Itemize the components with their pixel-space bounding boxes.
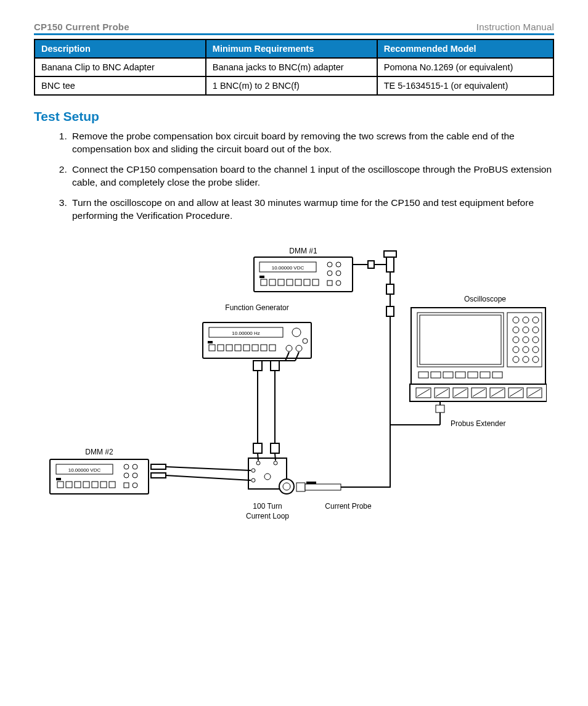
list-item: Turn the oscilloscope on and allow at le… — [70, 197, 554, 223]
svg-point-96 — [264, 474, 271, 480]
dmm1-display: 10.00000 VDC — [272, 265, 304, 271]
svg-line-123 — [275, 453, 276, 461]
section-heading: Test Setup — [34, 109, 554, 124]
list-item: Remove the probe compensation box circui… — [70, 130, 554, 156]
svg-rect-81 — [92, 482, 98, 488]
table-row: BNC tee 1 BNC(m) to 2 BNC(f) TE 5-163451… — [35, 76, 553, 95]
dmm1-label: DMM #1 — [289, 247, 317, 255]
svg-rect-89 — [124, 483, 129, 488]
svg-rect-22 — [235, 345, 241, 351]
function-generator-instrument: 10.00000 Hz — [203, 322, 311, 358]
svg-point-44 — [513, 347, 519, 353]
svg-point-12 — [327, 271, 332, 276]
svg-point-36 — [523, 317, 529, 323]
list-item: Connect the CP150 compensation board to … — [70, 163, 554, 189]
svg-rect-56 — [492, 372, 502, 378]
svg-rect-107 — [384, 251, 396, 257]
svg-rect-51 — [431, 372, 441, 378]
svg-rect-84 — [56, 478, 61, 480]
svg-point-29 — [296, 345, 302, 351]
svg-rect-21 — [226, 345, 232, 351]
svg-rect-124 — [151, 464, 166, 469]
cable-dmm2-to-loop — [151, 464, 251, 480]
probus-extender-label: Probus Extender — [451, 419, 505, 428]
dmm2-display: 10.00000 VDC — [68, 467, 101, 473]
equipment-table: Description Minimum Requirements Recomme… — [34, 39, 554, 96]
svg-rect-106 — [386, 257, 394, 272]
svg-rect-80 — [83, 482, 89, 488]
dmm2-label: DMM #2 — [85, 448, 113, 456]
svg-point-41 — [513, 337, 519, 343]
svg-point-85 — [124, 464, 129, 469]
svg-rect-7 — [304, 279, 310, 285]
svg-rect-5 — [287, 279, 293, 285]
svg-point-28 — [286, 345, 292, 351]
svg-rect-55 — [480, 372, 490, 378]
svg-rect-3 — [269, 279, 276, 285]
svg-rect-27 — [208, 341, 213, 343]
header-title-right: Instruction Manual — [476, 22, 554, 32]
step-list: Remove the probe compensation box circui… — [52, 130, 554, 223]
svg-rect-6 — [295, 279, 301, 285]
svg-point-46 — [533, 347, 539, 353]
svg-point-37 — [533, 317, 539, 323]
svg-point-42 — [523, 337, 529, 343]
svg-rect-24 — [252, 345, 258, 351]
svg-point-38 — [513, 327, 519, 333]
dmm1-instrument: 10.00000 VDC — [254, 257, 353, 292]
svg-point-49 — [533, 356, 539, 363]
svg-point-98 — [283, 483, 290, 490]
svg-rect-111 — [386, 306, 394, 316]
svg-point-93 — [274, 461, 277, 465]
svg-rect-109 — [386, 284, 394, 294]
header-title-left: CP150 Current Probe — [34, 22, 129, 32]
svg-point-95 — [251, 478, 255, 482]
svg-point-39 — [523, 327, 529, 333]
dmm2-instrument: 10.00000 VDC — [50, 459, 149, 494]
svg-point-13 — [336, 271, 341, 276]
svg-rect-9 — [259, 276, 264, 278]
svg-rect-53 — [455, 372, 465, 378]
svg-rect-101 — [306, 482, 316, 484]
svg-rect-20 — [218, 345, 224, 351]
svg-point-35 — [513, 317, 519, 323]
svg-rect-26 — [269, 345, 276, 351]
svg-line-122 — [258, 453, 258, 461]
svg-rect-78 — [66, 482, 72, 488]
svg-rect-125 — [151, 473, 166, 478]
svg-point-92 — [256, 461, 260, 465]
loop-label-1: 100 Turn — [253, 502, 282, 511]
svg-point-10 — [327, 262, 332, 267]
svg-rect-14 — [327, 281, 332, 285]
svg-point-90 — [133, 483, 137, 488]
svg-point-15 — [336, 281, 341, 285]
function-generator-label-1: Function Generator — [225, 303, 288, 312]
table-cell: Pomona No.1269 (or equivalent) — [377, 58, 553, 76]
oscilloscope-instrument — [410, 308, 547, 401]
svg-rect-77 — [57, 482, 63, 488]
current-loop-box — [248, 458, 294, 494]
current-probe — [296, 482, 362, 491]
svg-rect-23 — [243, 345, 250, 351]
svg-point-47 — [513, 356, 519, 363]
svg-point-45 — [523, 347, 529, 353]
svg-rect-32 — [417, 313, 504, 367]
table-header-cell: Recommended Model — [377, 39, 553, 58]
table-row: Banana Clip to BNC Adapter Banana jacks … — [35, 58, 553, 76]
table-cell: BNC tee — [35, 76, 206, 95]
svg-rect-19 — [209, 345, 215, 351]
svg-rect-54 — [468, 372, 478, 378]
svg-point-86 — [133, 464, 137, 469]
svg-rect-120 — [253, 443, 262, 453]
table-cell: TE 5-1634515-1 (or equivalent) — [377, 76, 553, 95]
svg-rect-104 — [368, 261, 374, 268]
svg-rect-99 — [296, 483, 305, 491]
svg-rect-82 — [100, 482, 107, 488]
table-header-cell: Minimum Requirements — [206, 39, 377, 58]
figure-svg: DMM #1 10.00000 VDC — [41, 240, 547, 536]
svg-point-40 — [533, 327, 539, 333]
table-header-row: Description Minimum Requirements Recomme… — [35, 39, 553, 58]
svg-point-18 — [292, 328, 301, 337]
svg-rect-4 — [278, 279, 284, 285]
svg-line-127 — [166, 475, 251, 480]
